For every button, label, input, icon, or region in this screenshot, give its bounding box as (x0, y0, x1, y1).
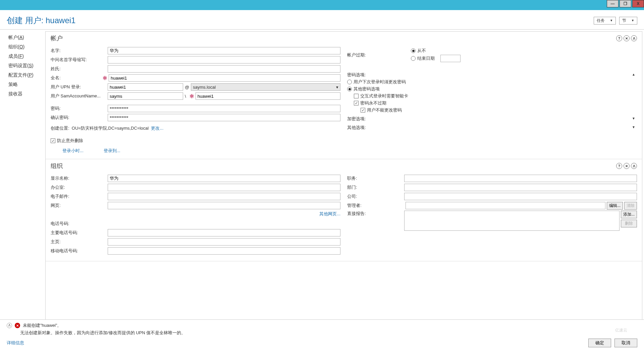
full-name-label: 全名: (51, 75, 108, 81)
collapse-icon[interactable]: ᐱ (631, 163, 637, 169)
sections-dropdown[interactable]: 节 (619, 17, 637, 25)
logon-to-link[interactable]: 登录到... (104, 148, 120, 154)
help-icon[interactable]: ? (616, 35, 622, 41)
web-input[interactable] (108, 202, 340, 209)
first-name-label: 名字: (51, 48, 108, 54)
job-input[interactable] (404, 175, 637, 182)
cannot-change-checkbox[interactable]: ✓ (361, 108, 365, 113)
upn-label: 用户 UPN 登录: (51, 84, 108, 90)
logon-hours-link[interactable]: 登录小时... (62, 148, 84, 154)
main-phone-input[interactable] (108, 229, 340, 236)
tasks-dropdown[interactable]: 任务 (594, 17, 616, 25)
sidebar-item-member[interactable]: 成员(F) (8, 52, 45, 61)
home-input[interactable] (108, 238, 340, 246)
section-account: 帐户 ? ✕ ᐱ 名字: 中间名首字母缩写: 姓氏: 全名:✱ 用户 UPN 登… (46, 32, 642, 159)
smartcard-checkbox[interactable] (354, 94, 359, 98)
encrypt-expand[interactable]: ▼ (630, 116, 637, 122)
content-scroll[interactable]: 帐户 ? ✕ ᐱ 名字: 中间名首字母缩写: 姓氏: 全名:✱ 用户 UPN 登… (45, 31, 642, 336)
location-label: 创建位置: (51, 125, 69, 131)
sidebar-item-account[interactable]: 帐户(A) (8, 33, 45, 42)
sam-domain-input[interactable] (108, 92, 183, 100)
required-icon: ✱ (103, 75, 107, 81)
never-expires-checkbox[interactable]: ✓ (354, 101, 359, 105)
job-label: 职务: (347, 175, 404, 181)
clear-button[interactable]: 清除 (624, 202, 637, 210)
mobile-label: 移动电话号码: (51, 248, 108, 254)
prevent-delete-label: 防止意外删除 (57, 138, 83, 144)
section-title-org: 组织 (51, 162, 63, 170)
sidebar-item-password[interactable]: 密码设置(S) (8, 61, 45, 71)
cannot-change-label: 用户不能更改密码 (367, 107, 402, 113)
must-change-radio[interactable] (347, 80, 352, 84)
other-pwd-label: 其他密码选项 (354, 86, 380, 92)
close-section-icon[interactable]: ✕ (624, 163, 630, 169)
must-change-label: 用户下次登录时须更改密码 (354, 79, 406, 85)
prevent-delete-checkbox[interactable]: ✓ (51, 138, 55, 143)
reports-label: 直接报告: (347, 211, 404, 217)
page-title: 创建 用户: huawei1 (7, 15, 75, 26)
office-label: 办公室: (51, 184, 108, 190)
other-expand[interactable]: ▼ (630, 125, 637, 131)
domain-select[interactable]: sayms.local▾ (191, 83, 340, 91)
email-label: 电子邮件: (51, 193, 108, 200)
help-icon[interactable]: ? (616, 163, 622, 169)
initials-input[interactable] (108, 56, 340, 63)
maximize-button[interactable]: ❐ (620, 0, 631, 7)
other-options-label: 其他选项: (347, 125, 366, 131)
sidebar-item-profile[interactable]: 配置文件(P) (8, 71, 45, 80)
remove-button[interactable]: 删除 (621, 220, 637, 227)
titlebar: — ❐ X (0, 0, 644, 10)
confirm-input[interactable] (108, 114, 340, 121)
add-button[interactable]: 添加... (621, 211, 637, 218)
collapse-icon[interactable]: ᐱ (631, 35, 637, 41)
company-input[interactable] (404, 193, 637, 200)
last-name-input[interactable] (108, 65, 340, 73)
never-expires-label: 密码永不过期 (360, 100, 386, 106)
sam-input[interactable] (196, 92, 340, 100)
status-collapse-icon[interactable]: ᐱ (7, 323, 12, 328)
display-name-label: 显示名称: (51, 175, 108, 181)
error-message: 无法创建新对象。操作失败，因为向进行添加/修改而提供的 UPN 值不是全林唯一的… (20, 330, 637, 336)
sidebar-item-org[interactable]: 组织(O) (8, 42, 45, 52)
close-section-icon[interactable]: ✕ (624, 35, 630, 41)
end-date-radio[interactable] (411, 56, 416, 61)
other-web-link[interactable]: 其他网页... (319, 211, 340, 216)
manager-input[interactable] (406, 202, 605, 209)
status-bar: ᐱ ✕ 未能创建"huawei"。 无法创建新对象。操作失败，因为向进行添加/修… (0, 319, 644, 336)
confirm-label: 确认密码: (51, 115, 108, 121)
encrypt-label: 加密选项: (347, 116, 366, 122)
change-link[interactable]: 更改... (151, 125, 163, 131)
end-date-input[interactable] (440, 55, 461, 62)
reports-textarea[interactable] (404, 211, 620, 231)
other-pwd-radio[interactable] (347, 87, 352, 91)
sam-label: 用户 SamAccountName... (51, 93, 108, 99)
full-name-input[interactable] (109, 74, 340, 82)
sidebar-item-receiver[interactable]: 接收器 (8, 89, 45, 99)
web-label: 网页: (51, 203, 108, 209)
pwd-options-label: 密码选项: (347, 72, 366, 78)
minimize-button[interactable]: — (607, 0, 619, 7)
close-button[interactable]: X (632, 0, 644, 7)
edit-button[interactable]: 编辑... (607, 202, 623, 210)
phone-label: 电话号码: (51, 221, 108, 227)
upn-input[interactable] (108, 83, 183, 91)
backslash-symbol: \ (185, 94, 186, 99)
mobile-input[interactable] (108, 247, 340, 255)
sidebar-item-policy[interactable]: 策略 (8, 80, 45, 89)
dept-input[interactable] (404, 184, 637, 191)
header: 创建 用户: huawei1 任务 节 (0, 10, 644, 30)
password-label: 密码: (51, 105, 108, 112)
initials-label: 中间名首字母缩写: (51, 57, 108, 63)
at-symbol: @ (185, 85, 189, 90)
display-name-input[interactable] (108, 175, 340, 182)
never-radio[interactable] (411, 48, 416, 53)
error-title: 未能创建"huawei"。 (23, 322, 61, 329)
company-label: 公司: (347, 193, 404, 200)
main-phone-label: 主要电话号码: (51, 230, 108, 236)
pwd-options-collapse[interactable]: ▲ (630, 72, 637, 78)
manager-label: 管理者: (347, 203, 404, 209)
first-name-input[interactable] (108, 47, 340, 54)
office-input[interactable] (108, 184, 340, 191)
email-input[interactable] (108, 193, 340, 200)
password-input[interactable] (108, 105, 340, 112)
